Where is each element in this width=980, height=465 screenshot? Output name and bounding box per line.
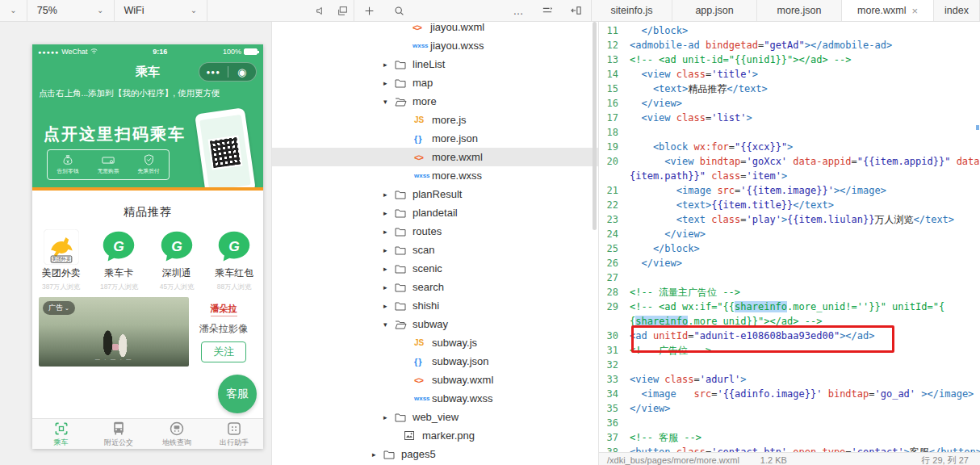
device-dropdown-button[interactable]: ⌄ [0, 0, 27, 21]
code-line[interactable]: {item.path}}" class='item'> [599, 169, 980, 183]
tree-item-jiayou.wxss[interactable]: wxssjiayou.wxss [272, 36, 598, 55]
close-icon[interactable]: × [911, 5, 918, 17]
code-line[interactable]: 23 <text class='play'>{{item.liulan}}万人浏… [599, 212, 980, 227]
recommend-app-美团外卖[interactable]: 美团外卖美团外卖387万人浏览 [32, 226, 90, 295]
code-line[interactable]: 19 <block wx:for="{{xcx}}"> [599, 140, 980, 154]
tab-more.wxml[interactable]: more.wxml× [842, 0, 934, 21]
chevron-right-icon[interactable]: ▸ [383, 61, 395, 69]
chevron-right-icon[interactable]: ▸ [383, 246, 395, 254]
chevron-right-icon[interactable]: ▸ [383, 79, 395, 87]
chevron-down-icon[interactable]: ▾ [383, 98, 395, 106]
ad-badge[interactable]: 广告⌄ [43, 301, 75, 315]
chevron-right-icon[interactable]: ▸ [383, 228, 395, 236]
code-line[interactable]: 15 <text>精品推荐</text> [599, 82, 980, 96]
tree-item-shishi[interactable]: ▸shishi [272, 296, 598, 315]
code-line[interactable]: 20 <view bindtap='goXcx' data-appid="{{i… [599, 154, 980, 169]
new-file-button[interactable] [354, 0, 383, 21]
chevron-right-icon[interactable]: ▸ [383, 191, 395, 199]
tab-siteinfo.js[interactable]: siteinfo.js [592, 0, 672, 21]
network-select[interactable]: WiFi ⌄ [115, 0, 207, 21]
phone-tab-乘车[interactable]: 乘车 [32, 419, 90, 449]
tree-item-more.json[interactable]: { }more.json [272, 129, 598, 148]
code-line[interactable]: 37<!-- 客服 --> [599, 430, 980, 445]
code-line[interactable]: 34 <image src='{{adinfo.image}}' bindtap… [599, 387, 980, 401]
code-line[interactable]: 32 [599, 358, 980, 372]
tree-item-more.wxml[interactable]: <>more.wxml [272, 148, 598, 166]
tree-item-map[interactable]: ▸map [272, 73, 598, 92]
chevron-right-icon[interactable]: ▸ [372, 450, 383, 459]
tree-item-more[interactable]: ▾more [272, 92, 598, 111]
chevron-right-icon[interactable]: ▸ [383, 302, 395, 310]
code-line[interactable]: 29<!-- <ad wx:if="{{shareinfo.more_unid!… [599, 300, 980, 314]
scan-ride-banner[interactable]: 点开这里扫码乘车 告别零钱无需购票先乘后付 [32, 103, 263, 187]
miniprogram-preview[interactable]: ●●●●● WeChat 9:16 100% 乘车 ●●● ◉ [32, 44, 263, 449]
tab-more.json[interactable]: more.json [757, 0, 842, 21]
cursor-position[interactable]: 行 29, 列 27 [921, 455, 972, 465]
ad-card[interactable]: 广告⌄ — · — · — 潘朵拉 潘朵拉影像 关注 [32, 295, 263, 375]
code-line[interactable]: 27 [599, 270, 980, 285]
tree-item-lineList[interactable]: ▸lineList [272, 55, 598, 73]
tree-item-marker.png[interactable]: marker.png [272, 426, 598, 445]
more-options-button[interactable]: … [505, 0, 534, 21]
tree-item-pages5[interactable]: ▸pages5 [272, 445, 598, 463]
tree-item-subway.wxss[interactable]: wxsssubway.wxss [272, 389, 598, 408]
code-line[interactable]: 25 </block> [599, 241, 980, 256]
capsule-menu[interactable]: ●●● ◉ [199, 62, 257, 82]
tree-item-more.js[interactable]: JSmore.js [272, 111, 598, 129]
phone-tab-地铁查询[interactable]: 地铁查询 [148, 419, 206, 449]
tree-item-scan[interactable]: ▸scan [272, 241, 598, 259]
chevron-down-icon[interactable]: ▾ [383, 320, 395, 329]
mute-button[interactable] [311, 0, 332, 21]
code-line[interactable]: 35</view> [599, 401, 980, 416]
tree-item-planResult[interactable]: ▸planResult [272, 185, 598, 203]
recommend-app-乘车卡[interactable]: G乘车卡187万人浏览 [90, 226, 149, 295]
sort-button[interactable] [533, 0, 562, 21]
tree-item-subway[interactable]: ▾subway [272, 315, 598, 333]
collapse-panel-button[interactable] [562, 0, 591, 21]
chevron-right-icon[interactable]: ▸ [383, 413, 395, 421]
code-line[interactable]: 21 <image src='{{item.image}}'></image> [599, 183, 980, 198]
multi-window-button[interactable] [331, 0, 354, 21]
tree-item-plandetail[interactable]: ▸plandetail [272, 203, 598, 222]
ad-photo[interactable]: 广告⌄ — · — · — [39, 297, 189, 367]
code-line[interactable]: 22 <text>{{item.title}}</text> [599, 198, 980, 212]
tree-item-web_view[interactable]: ▸web_view [272, 408, 598, 426]
code-line[interactable]: 16 </view> [599, 96, 980, 111]
code-line[interactable]: 26 </view> [599, 256, 980, 270]
tree-item-subway.wxml[interactable]: <>subway.wxml [272, 371, 598, 389]
code-line[interactable]: 13<!-- <ad unit-id="{{unid1}}"></ad> --> [599, 52, 980, 67]
tree-item-subway.json[interactable]: { }subway.json [272, 352, 598, 371]
tree-item-scenic[interactable]: ▸scenic [272, 259, 598, 278]
customer-service-button[interactable]: 客服 [218, 375, 257, 413]
code-line[interactable]: 14 <view class='title'> [599, 67, 980, 82]
tree-item-subway.js[interactable]: JSsubway.js [272, 333, 598, 352]
more-dots-icon[interactable]: ●●● [199, 69, 228, 76]
code-line[interactable]: 11 </block> [599, 23, 980, 38]
tree-item-routes[interactable]: ▸routes [272, 222, 598, 241]
code-line[interactable]: 17 <view class='list'> [599, 111, 980, 125]
recommend-app-乘车红包[interactable]: G乘车红包88万人浏览 [206, 226, 264, 295]
code-line[interactable]: 28<!-- 流量主广告位 --> [599, 285, 980, 300]
chevron-right-icon[interactable]: ▸ [383, 265, 395, 273]
tree-item-jiayou.wxml[interactable]: <>jiayou.wxml [272, 22, 598, 36]
phone-tab-出行助手[interactable]: 出行助手 [206, 419, 264, 449]
code-line[interactable]: {shareinfo.more_unid}}"></ad> --> [599, 314, 980, 329]
code-line[interactable]: 12<admobile-ad bindgetad="getAd"></admob… [599, 38, 980, 52]
tab-app.json[interactable]: app.json [672, 0, 757, 21]
code-line[interactable]: 33<view class='adurl'> [599, 372, 980, 387]
minimize-target-icon[interactable]: ◉ [228, 67, 257, 78]
chevron-right-icon[interactable]: ▸ [383, 283, 395, 291]
code-editor-panel[interactable]: 11 </block>12<admobile-ad bindgetad="get… [598, 22, 980, 465]
tab-index[interactable]: index [934, 0, 980, 21]
code-line[interactable]: 24 </view> [599, 227, 980, 241]
tree-scrollbar[interactable] [593, 22, 597, 230]
phone-tab-附近公交[interactable]: 附近公交 [90, 419, 149, 449]
code-line[interactable]: 36 [599, 416, 980, 430]
code-line[interactable]: 18 [599, 125, 980, 140]
code-line[interactable]: 31<!-- 广告位 --> [599, 343, 980, 358]
recommend-app-深圳通[interactable]: G深圳通45万人浏览 [148, 226, 206, 295]
search-button[interactable] [383, 0, 414, 21]
chevron-right-icon[interactable]: ▸ [383, 209, 395, 217]
tree-item-search[interactable]: ▸search [272, 278, 598, 296]
tree-item-more.wxss[interactable]: wxssmore.wxss [272, 166, 598, 185]
